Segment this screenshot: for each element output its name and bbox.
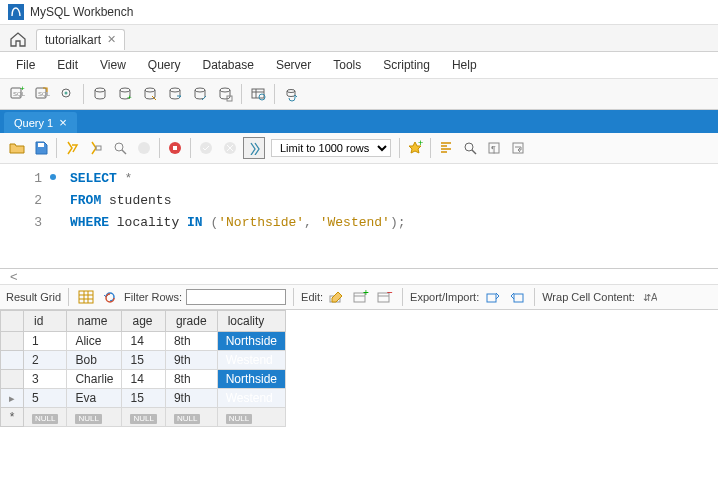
add-row-icon[interactable]: + <box>351 288 371 306</box>
menu-database[interactable]: Database <box>193 55 264 75</box>
toolbar-separator <box>83 84 84 104</box>
column-header[interactable]: id <box>24 311 67 332</box>
result-grid[interactable]: id name age grade locality 1 Alice 14 8t… <box>0 310 286 427</box>
table-row-new[interactable]: * NULL NULL NULL NULL NULL <box>1 408 286 427</box>
menu-query[interactable]: Query <box>138 55 191 75</box>
db-icon-1[interactable] <box>89 83 111 105</box>
cell[interactable]: 15 <box>122 389 165 408</box>
cell[interactable]: Alice <box>67 332 122 351</box>
db-icon-5[interactable] <box>189 83 211 105</box>
inspector-icon[interactable] <box>56 83 78 105</box>
filter-rows-input[interactable] <box>186 289 286 305</box>
edit-label: Edit: <box>301 291 323 303</box>
db-icon-2[interactable]: + <box>114 83 136 105</box>
menu-tools[interactable]: Tools <box>323 55 371 75</box>
table-row[interactable]: 1 Alice 14 8th Northside <box>1 332 286 351</box>
wrap-icon[interactable] <box>507 137 529 159</box>
commit-icon[interactable] <box>195 137 217 159</box>
wrap-cell-icon[interactable]: ⇵A <box>639 288 659 306</box>
stop-icon[interactable] <box>133 137 155 159</box>
close-icon[interactable]: ✕ <box>107 33 116 46</box>
table-row[interactable]: 3 Charlie 14 8th Northside <box>1 370 286 389</box>
invisible-chars-icon[interactable]: ¶ <box>483 137 505 159</box>
cell[interactable]: 14 <box>122 370 165 389</box>
open-file-icon[interactable] <box>6 137 28 159</box>
connection-tab[interactable]: tutorialkart ✕ <box>36 29 125 50</box>
new-sql-tab-icon[interactable]: SQL+ <box>6 83 28 105</box>
column-header[interactable]: grade <box>165 311 217 332</box>
home-icon[interactable] <box>4 27 32 51</box>
execute-current-icon[interactable] <box>85 137 107 159</box>
save-icon[interactable] <box>30 137 52 159</box>
cell-null[interactable]: NULL <box>165 408 217 427</box>
cell[interactable]: 8th <box>165 332 217 351</box>
menu-view[interactable]: View <box>90 55 136 75</box>
cell-selected[interactable]: Westend <box>217 351 285 370</box>
favorite-icon[interactable]: + <box>404 137 426 159</box>
column-header[interactable]: age <box>122 311 165 332</box>
delete-row-icon[interactable]: − <box>375 288 395 306</box>
row-header[interactable] <box>1 332 24 351</box>
cell[interactable]: Bob <box>67 351 122 370</box>
db-icon-6[interactable] <box>214 83 236 105</box>
cell-selected[interactable]: Westend <box>217 389 285 408</box>
table-data-icon[interactable] <box>247 83 269 105</box>
close-icon[interactable]: × <box>59 115 67 130</box>
execute-icon[interactable] <box>61 137 83 159</box>
window-title: MySQL Workbench <box>30 5 133 19</box>
svg-point-19 <box>287 90 295 93</box>
open-sql-script-icon[interactable]: SQL <box>31 83 53 105</box>
export-icon[interactable] <box>483 288 503 306</box>
beautify-icon[interactable] <box>435 137 457 159</box>
cell-null[interactable]: NULL <box>122 408 165 427</box>
import-icon[interactable] <box>507 288 527 306</box>
db-icon-4[interactable] <box>164 83 186 105</box>
cell[interactable]: 9th <box>165 351 217 370</box>
query-tab-label: Query 1 <box>14 117 53 129</box>
column-header[interactable]: name <box>67 311 122 332</box>
limit-rows-select[interactable]: Limit to 1000 rows <box>271 139 391 157</box>
menu-server[interactable]: Server <box>266 55 321 75</box>
cell-null[interactable]: NULL <box>217 408 285 427</box>
cell[interactable]: 3 <box>24 370 67 389</box>
menu-help[interactable]: Help <box>442 55 487 75</box>
stop-on-error-icon[interactable] <box>164 137 186 159</box>
cell[interactable]: Eva <box>67 389 122 408</box>
query-tab[interactable]: Query 1 × <box>4 112 77 133</box>
cell-selected[interactable]: Northside <box>217 332 285 351</box>
cell[interactable]: Charlie <box>67 370 122 389</box>
column-header[interactable]: locality <box>217 311 285 332</box>
row-header[interactable] <box>1 370 24 389</box>
cell[interactable]: 2 <box>24 351 67 370</box>
row-header-corner[interactable] <box>1 311 24 332</box>
row-header-new[interactable]: * <box>1 408 24 427</box>
menu-file[interactable]: File <box>6 55 45 75</box>
menu-scripting[interactable]: Scripting <box>373 55 440 75</box>
reconnect-icon[interactable] <box>280 83 302 105</box>
find-icon[interactable] <box>459 137 481 159</box>
rollback-icon[interactable] <box>219 137 241 159</box>
cell-null[interactable]: NULL <box>67 408 122 427</box>
cell[interactable]: 14 <box>122 332 165 351</box>
refresh-icon[interactable] <box>100 288 120 306</box>
cell[interactable]: 1 <box>24 332 67 351</box>
explain-icon[interactable] <box>109 137 131 159</box>
cell[interactable]: 15 <box>122 351 165 370</box>
autocommit-toggle-icon[interactable] <box>243 137 265 159</box>
menu-edit[interactable]: Edit <box>47 55 88 75</box>
cell[interactable]: 8th <box>165 370 217 389</box>
result-grid-icon[interactable] <box>76 288 96 306</box>
db-icon-3[interactable] <box>139 83 161 105</box>
cell[interactable]: 9th <box>165 389 217 408</box>
table-row[interactable]: ▸ 5 Eva 15 9th Westend <box>1 389 286 408</box>
sql-editor[interactable]: 1 SELECT * 2 FROM students 3 WHERE local… <box>0 164 718 238</box>
toolbar-separator <box>274 84 275 104</box>
row-header-current[interactable]: ▸ <box>1 389 24 408</box>
row-header[interactable] <box>1 351 24 370</box>
cell-null[interactable]: NULL <box>24 408 67 427</box>
table-row[interactable]: 2 Bob 15 9th Westend <box>1 351 286 370</box>
cell-selected[interactable]: Northside <box>217 370 285 389</box>
splitter[interactable]: < <box>0 268 718 284</box>
edit-row-icon[interactable] <box>327 288 347 306</box>
cell[interactable]: 5 <box>24 389 67 408</box>
